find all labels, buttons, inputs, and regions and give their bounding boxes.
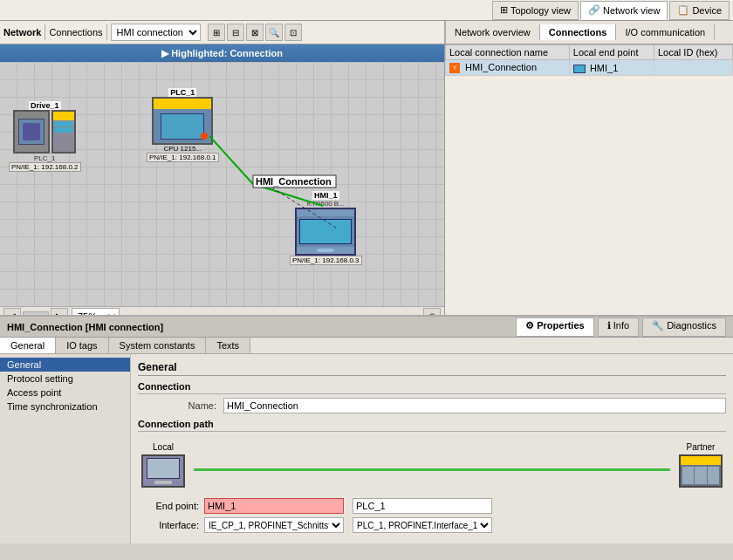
connection-line — [194, 468, 670, 471]
grid-icon[interactable]: ⊞ — [208, 24, 225, 41]
conn-type-icon: Y — [449, 63, 460, 73]
partner-device-icon — [679, 454, 723, 488]
local-device-icon — [141, 454, 185, 488]
device-view-label: Device — [692, 5, 722, 16]
name-label: Name: — [138, 400, 216, 411]
drive-device[interactable]: Drive_1 PLC_1 — [9, 101, 81, 172]
conn-path-visual: Local Partner — [138, 439, 726, 491]
endpoint-label: End point: — [138, 501, 199, 511]
drive-box — [13, 110, 50, 154]
topology-view-label: Topology view — [510, 5, 571, 16]
hmi-box — [295, 208, 356, 256]
hmi-ip-label: PN/IE_1: 192.168.0.3 — [290, 256, 362, 265]
plc-model-label: CPU 1215... — [163, 145, 202, 153]
plc-sub-box — [51, 110, 76, 154]
col-local-id: Local ID (hex) — [654, 45, 732, 60]
highlighted-prefix: ▶ — [161, 48, 171, 58]
texts-tab[interactable]: Texts — [206, 338, 250, 353]
network-overview-tab[interactable]: Network overview — [446, 24, 540, 40]
connection-svg: HMI_Connection — [0, 62, 444, 306]
highlighted-title: Highlighted: Connection — [171, 48, 283, 58]
sidebar-item-protocol[interactable]: Protocol setting — [0, 372, 130, 386]
props-panel-title: HMI_Connection [HMI connection] — [7, 322, 163, 332]
system-constants-tab[interactable]: System constants — [109, 338, 207, 353]
hmi-name-label: HMI_1 — [312, 191, 339, 200]
network-label: Network — [3, 27, 41, 38]
sidebar-item-time[interactable]: Time synchronization — [0, 400, 130, 413]
props-content: General Connection Name: Connection path… — [131, 354, 733, 543]
zoom-select[interactable]: 75% — [72, 308, 120, 316]
sidebar-item-general[interactable]: General — [0, 358, 130, 372]
local-label: Local — [153, 442, 174, 452]
drive-ip-label: PN/IE_1: 192.168.0.2 — [9, 162, 81, 172]
name-form-row: Name: — [138, 398, 726, 413]
scroll-left-btn[interactable]: ◀ — [3, 308, 21, 316]
plc-box — [152, 97, 213, 145]
hmi-device[interactable]: HMI_1 KTP600 B... PN/IE_1: 192.168.0.3 — [290, 191, 362, 265]
device-icon: 📋 — [677, 4, 689, 16]
expand-icon[interactable]: ⊡ — [284, 24, 302, 41]
conn-name-cell: Y HMI_Connection — [446, 60, 570, 76]
partner-label: Partner — [687, 442, 716, 452]
canvas-header: ▶ Highlighted: Connection — [0, 44, 444, 62]
diagnostics-icon: 🔧 — [652, 320, 664, 331]
partner-side: Partner — [679, 442, 723, 488]
props-sidebar: General Protocol setting Access point Ti… — [0, 354, 131, 543]
plc-name-label: PLC_1 — [168, 88, 196, 97]
conn-id-cell — [654, 60, 732, 76]
network-view-tab[interactable]: 🔗 Network view — [580, 1, 668, 20]
diagnostics-main-tab[interactable]: 🔧 Diagnostics — [642, 318, 726, 337]
connection-type-select[interactable]: HMI connection — [111, 24, 201, 41]
general-tab[interactable]: General — [0, 338, 56, 353]
properties-main-tab[interactable]: ⚙ Properties — [516, 318, 593, 337]
zoom-in-icon[interactable]: 🔍 — [265, 24, 283, 41]
local-side: Local — [141, 442, 185, 488]
plc-ip-label: PN/IE_1: 192.168.0.1 — [147, 153, 219, 162]
io-communication-tab[interactable]: I/O communication — [616, 24, 715, 40]
general-section-title: General — [138, 361, 726, 376]
device-view-tab[interactable]: 📋 Device — [669, 1, 730, 20]
network-canvas: ▶ Highlighted: Connection Drive_1 — [0, 44, 445, 315]
layout-icon[interactable]: ⊟ — [227, 24, 244, 41]
topology-icon: ⊞ — [500, 4, 508, 16]
connections-tab[interactable]: Connections — [540, 24, 617, 40]
partner-endpoint-input[interactable] — [353, 498, 492, 514]
table-row[interactable]: Y HMI_Connection HMI_1 — [446, 60, 733, 76]
scroll-right-btn[interactable]: ▶ — [51, 308, 68, 316]
topology-view-tab[interactable]: ⊞ Topology view — [492, 1, 579, 20]
info-main-tab[interactable]: ℹ Info — [598, 318, 639, 337]
io-tags-tab[interactable]: IO tags — [56, 338, 108, 353]
interface-label: Interface: — [138, 520, 199, 530]
drive-name-label: Drive_1 — [29, 101, 61, 110]
info-icon: ℹ — [607, 320, 611, 331]
svg-text:HMI_Connection: HMI_Connection — [256, 176, 332, 187]
connections-table: Local connection name Local end point Lo… — [445, 44, 733, 76]
canvas-inner[interactable]: Drive_1 PLC_1 — [0, 62, 444, 306]
panel-toggle-btn[interactable]: ◉ — [423, 308, 441, 316]
connection-section-label: Connection — [138, 381, 726, 394]
conn-endpoint-cell: HMI_1 — [569, 60, 654, 76]
hmi-model-label: KTP600 B... — [307, 200, 345, 208]
sidebar-item-access[interactable]: Access point — [0, 386, 130, 400]
local-interface-select[interactable]: IE_CP_1, PROFINET_Schnittstelle_1[ETHERN… — [204, 517, 344, 533]
props-body: General Protocol setting Access point Ti… — [0, 354, 733, 543]
local-endpoint-input[interactable] — [204, 498, 344, 514]
hmi-endpoint-icon — [573, 65, 586, 73]
main-area: ▶ Highlighted: Connection Drive_1 — [0, 44, 733, 315]
zoom-fit-icon[interactable]: ⊠ — [246, 24, 264, 41]
right-panel: Local connection name Local end point Lo… — [445, 44, 733, 315]
properties-icon: ⚙ — [525, 320, 534, 331]
properties-panel: HMI_Connection [HMI connection] ⚙ Proper… — [0, 315, 733, 543]
endpoint-row: End point: — [138, 498, 726, 514]
connections-label: Connections — [49, 27, 102, 38]
interface-row: Interface: IE_CP_1, PROFINET_Schnittstel… — [138, 517, 726, 533]
drive-sub-label: PLC_1 — [34, 154, 55, 162]
plc-device[interactable]: PLC_1 CPU 1215... PN/IE_1: 192.168.0.1 — [147, 88, 219, 162]
partner-interface-select[interactable]: PLC_1, PROFINET.Interface_1[X1: PN-(LAN)… — [353, 517, 492, 533]
top-toolbar: ⊞ Topology view 🔗 Network view 📋 Device — [0, 0, 733, 21]
connections-scroll: Local connection name Local end point Lo… — [445, 44, 733, 315]
name-input[interactable] — [223, 398, 726, 413]
props-header: HMI_Connection [HMI connection] ⚙ Proper… — [0, 317, 733, 338]
network-view-label: Network view — [603, 5, 660, 16]
conn-path-label: Connection path — [138, 419, 726, 432]
